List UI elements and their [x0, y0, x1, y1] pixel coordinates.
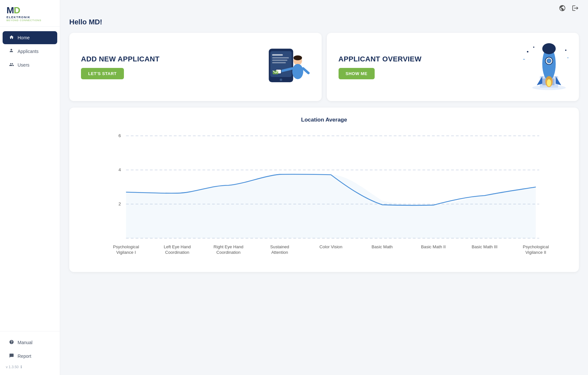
logout-icon[interactable] — [572, 5, 579, 13]
svg-text:Coordination: Coordination — [216, 250, 240, 255]
logo-sub: ELEKTRONIK — [7, 16, 41, 19]
cards-row: ADD NEW APPLICANT LET'S START — [69, 33, 579, 101]
svg-point-19 — [542, 43, 555, 54]
svg-text:Psychological: Psychological — [523, 245, 549, 250]
sidebar-item-manual[interactable]: Manual — [3, 336, 57, 349]
info-icon: ℹ — [20, 365, 22, 369]
sidebar-bottom: Manual Report v 1.3.50 ℹ — [0, 331, 60, 375]
svg-point-27 — [533, 46, 534, 48]
sidebar-nav: Home Applicants Users — [0, 27, 60, 331]
logo: MD ELEKTRONIK Beyond Connections — [7, 6, 53, 22]
applicant-overview-card: APPLICANT OVERVIEW SHOW ME — [327, 33, 579, 101]
svg-text:Left Eye Hand: Left Eye Hand — [164, 245, 191, 250]
svg-point-10 — [293, 55, 302, 60]
svg-text:Sustained: Sustained — [270, 245, 289, 250]
svg-point-26 — [527, 51, 528, 53]
main-content: Hello MD! ADD NEW APPLICANT LET'S START — [60, 0, 588, 375]
sidebar-item-users[interactable]: Users — [3, 58, 57, 71]
applicant-overview-illustration — [518, 43, 567, 91]
chart-svg: .grid-line { stroke: #c5cfe0; stroke-wid… — [79, 129, 569, 265]
svg-text:Basic Math: Basic Math — [372, 245, 393, 250]
svg-text:2: 2 — [118, 201, 121, 206]
topbar — [60, 0, 588, 18]
sidebar-applicants-label: Applicants — [18, 49, 39, 54]
add-applicant-card-text: ADD NEW APPLICANT LET'S START — [81, 55, 159, 79]
logo-tagline: Beyond Connections — [7, 19, 41, 22]
sidebar-users-label: Users — [18, 62, 30, 68]
applicant-overview-title: APPLICANT OVERVIEW — [339, 55, 422, 63]
svg-point-12 — [280, 79, 282, 81]
svg-rect-2 — [272, 54, 283, 56]
sidebar: MD ELEKTRONIK Beyond Connections Home Ap… — [0, 0, 60, 375]
svg-text:Right Eye Hand: Right Eye Hand — [214, 245, 244, 250]
lets-start-button[interactable]: LET'S START — [81, 68, 124, 79]
svg-text:Attention: Attention — [271, 250, 288, 255]
show-me-button[interactable]: SHOW ME — [339, 68, 375, 79]
sidebar-report-label: Report — [18, 354, 31, 359]
sidebar-item-report[interactable]: Report — [3, 350, 57, 363]
report-icon — [8, 353, 14, 359]
svg-text:Vigilance II: Vigilance II — [526, 250, 546, 255]
svg-text:6: 6 — [118, 133, 121, 138]
sidebar-manual-label: Manual — [18, 340, 33, 345]
svg-text:4: 4 — [118, 167, 121, 172]
svg-rect-5 — [272, 62, 286, 63]
chart-container: .grid-line { stroke: #c5cfe0; stroke-wid… — [79, 129, 569, 265]
add-applicant-card: ADD NEW APPLICANT LET'S START — [69, 33, 322, 101]
svg-point-30 — [568, 57, 568, 58]
svg-point-29 — [565, 49, 567, 51]
version-row: v 1.3.50 ℹ — [0, 363, 60, 370]
svg-point-7 — [292, 64, 303, 79]
svg-marker-22 — [537, 76, 542, 85]
applicant-overview-card-text: APPLICANT OVERVIEW SHOW ME — [339, 55, 422, 79]
svg-marker-23 — [556, 76, 561, 85]
svg-text:Vigilance I: Vigilance I — [116, 250, 136, 255]
globe-icon[interactable] — [559, 5, 566, 13]
sidebar-item-applicants[interactable]: Applicants — [3, 45, 57, 58]
users-icon — [8, 62, 14, 68]
svg-rect-4 — [272, 60, 287, 61]
chart-title: Location Average — [79, 117, 569, 123]
sidebar-home-label: Home — [18, 35, 30, 40]
svg-text:Psychological: Psychological — [113, 245, 139, 250]
page-content: Hello MD! ADD NEW APPLICANT LET'S START — [60, 18, 588, 281]
svg-rect-3 — [272, 57, 289, 58]
chart-section: Location Average .grid-line { stroke: #c… — [69, 108, 579, 272]
add-applicant-title: ADD NEW APPLICANT — [81, 55, 159, 63]
add-applicant-illustration — [261, 43, 310, 91]
greeting: Hello MD! — [69, 18, 579, 26]
svg-line-9 — [303, 69, 308, 73]
svg-text:Basic Math III: Basic Math III — [472, 245, 497, 250]
sidebar-item-home[interactable]: Home — [3, 31, 57, 44]
svg-text:Color Vision: Color Vision — [319, 245, 342, 250]
svg-text:Basic Math II: Basic Math II — [421, 245, 446, 250]
applicants-icon — [8, 48, 14, 54]
home-icon — [8, 35, 14, 41]
svg-point-25 — [547, 79, 551, 87]
version-text: v 1.3.50 — [6, 365, 19, 369]
svg-point-21 — [547, 59, 551, 63]
svg-point-28 — [524, 59, 525, 60]
sidebar-logo: MD ELEKTRONIK Beyond Connections — [0, 0, 60, 27]
manual-icon — [8, 340, 14, 345]
logo-text: MD — [7, 6, 41, 15]
svg-text:Coordination: Coordination — [165, 250, 189, 255]
